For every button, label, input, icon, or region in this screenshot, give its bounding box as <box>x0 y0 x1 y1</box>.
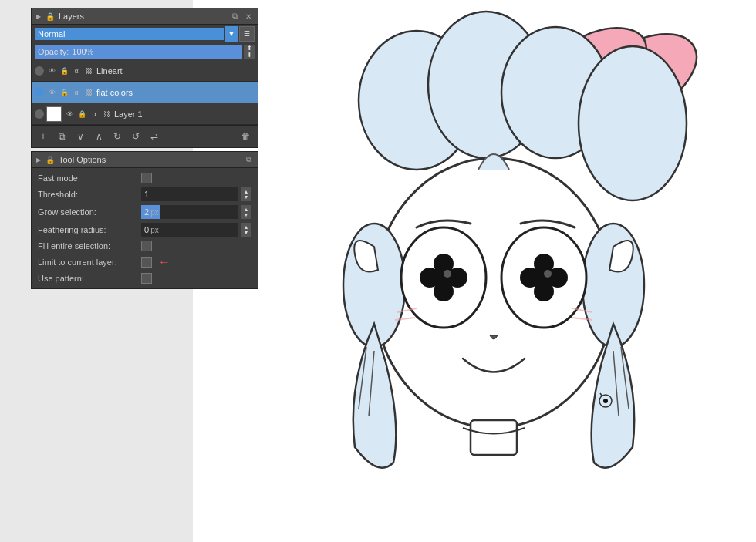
use-pattern-row: Use pattern: <box>38 273 251 284</box>
tool-options-panel-header[interactable]: ▶ 🔒 Tool Options ⧉ <box>32 152 258 168</box>
red-arrow-indicator: ← <box>158 255 170 269</box>
panels-container: ▶ 🔒 Layers ⧉ ✕ Normal ▼ ☰ Opacity: 100% … <box>31 8 258 289</box>
layer-visibility-flatcolors[interactable] <box>35 88 44 97</box>
layer-name-lineart: Lineart <box>96 66 255 76</box>
opacity-row: Opacity: 100% ⬆⬇ <box>32 43 258 60</box>
svg-point-26 <box>532 265 556 290</box>
layer-lock-icon-flatcolors[interactable]: 🔒 <box>59 87 69 98</box>
layer-thumb-layer1 <box>46 106 62 122</box>
layers-panel-header[interactable]: ▶ 🔒 Layers ⧉ ✕ <box>32 8 258 25</box>
layer-visibility-layer1[interactable] <box>35 109 44 119</box>
layers-panel-close-btn[interactable]: ✕ <box>243 11 254 22</box>
layer-icons-lineart: 👁 🔒 α ⛓ <box>46 66 94 76</box>
layer-eye-icon-lineart[interactable]: 👁 <box>46 66 57 76</box>
layer-visibility-lineart[interactable] <box>35 66 44 76</box>
layer-name-flat-colors: flat colors <box>96 88 255 97</box>
feathering-radius-label: Feathering radius: <box>38 225 138 234</box>
grow-selection-value: 2px <box>141 207 162 217</box>
tool-options-title: Tool Options <box>59 155 240 164</box>
layer-alpha-icon-layer1[interactable]: α <box>89 109 100 120</box>
threshold-bar[interactable]: 1 <box>141 187 238 201</box>
fast-mode-label: Fast mode: <box>38 173 138 183</box>
feathering-radius-value: 0px <box>141 225 162 234</box>
feathering-radius-scroll[interactable]: ▲▼ <box>241 223 251 237</box>
threshold-scroll[interactable]: ▲▼ <box>241 187 251 201</box>
add-layer-btn[interactable]: + <box>35 128 52 145</box>
opacity-value: 100% <box>72 47 93 56</box>
duplicate-layer-btn[interactable]: ⧉ <box>53 128 70 145</box>
layers-menu-btn[interactable]: ☰ <box>239 26 255 42</box>
layers-panel-title: Layers <box>59 12 226 21</box>
use-pattern-label: Use pattern: <box>38 274 138 283</box>
fill-entire-selection-label: Fill entire selection: <box>38 241 138 251</box>
fill-entire-selection-checkbox[interactable] <box>141 241 152 251</box>
tool-options-collapse-arrow[interactable]: ▶ <box>35 157 42 163</box>
svg-point-21 <box>444 270 451 278</box>
opacity-label: Opacity: <box>38 47 69 56</box>
layers-collapse-arrow[interactable]: ▶ <box>35 13 42 19</box>
layer-eye-icon-layer1[interactable]: 👁 <box>64 109 75 120</box>
delete-layer-btn[interactable]: 🗑 <box>238 128 255 145</box>
svg-point-34 <box>603 399 608 403</box>
grow-selection-row: Grow selection: 2px ▲▼ <box>38 205 251 219</box>
layer-chain-icon-flatcolors[interactable]: ⛓ <box>83 87 94 98</box>
limit-current-layer-checkbox[interactable] <box>141 257 152 268</box>
layer-up-btn[interactable]: ∧ <box>90 128 107 145</box>
layer-lock-icon-lineart[interactable]: 🔒 <box>59 66 69 76</box>
threshold-value: 1 <box>141 190 152 199</box>
layer-eye-icon-flatcolors[interactable]: 👁 <box>46 87 57 98</box>
svg-point-20 <box>431 265 456 290</box>
layers-toolbar: + ⧉ ∨ ∧ ↻ ↺ ⇌ 🗑 <box>32 125 258 147</box>
layer-down-btn[interactable]: ∨ <box>72 128 89 145</box>
layer-chain-icon-layer1[interactable]: ⛓ <box>101 109 112 120</box>
layer-alpha-icon-lineart[interactable]: α <box>71 66 82 76</box>
layer-alpha-icon-flatcolors[interactable]: α <box>71 87 82 98</box>
layers-mode-row: Normal ▼ ☰ <box>32 25 258 43</box>
layer-flatten-btn[interactable]: ↺ <box>127 128 144 145</box>
layers-panel-expand-btn[interactable]: ⧉ <box>229 11 240 22</box>
limit-current-layer-label: Limit to current layer: <box>38 258 138 267</box>
mode-dropdown-btn[interactable]: ▼ <box>225 26 238 42</box>
tool-options-icon: 🔒 <box>45 154 56 165</box>
layer-icons-layer1: 👁 🔒 α ⛓ <box>64 109 112 120</box>
layer-merge-down-btn[interactable]: ↻ <box>109 128 126 145</box>
layer-name-layer1: Layer 1 <box>114 109 255 119</box>
limit-current-layer-row: Limit to current layer: ← <box>38 255 251 269</box>
svg-rect-32 <box>471 420 517 455</box>
fast-mode-checkbox[interactable] <box>141 173 152 183</box>
layer-mode-select[interactable]: Normal <box>35 28 224 40</box>
opacity-bar[interactable]: Opacity: 100% <box>35 45 242 59</box>
layer-item-lineart[interactable]: 👁 🔒 α ⛓ Lineart <box>32 60 258 82</box>
opacity-scroll-btn[interactable]: ⬆⬇ <box>244 45 255 59</box>
layers-panel: ▶ 🔒 Layers ⧉ ✕ Normal ▼ ☰ Opacity: 100% … <box>31 8 258 148</box>
layer-options-btn[interactable]: ⇌ <box>146 128 163 145</box>
layer-item-flat-colors[interactable]: 👁 🔒 α ⛓ flat colors <box>32 82 258 103</box>
feathering-radius-row: Feathering radius: 0px ▲▼ <box>38 223 251 237</box>
svg-point-27 <box>544 270 552 278</box>
feathering-radius-bar[interactable]: 0px <box>141 223 238 237</box>
fast-mode-row: Fast mode: <box>38 173 251 183</box>
fill-entire-selection-row: Fill entire selection: <box>38 241 251 251</box>
threshold-label: Threshold: <box>38 190 138 199</box>
layers-lock-icon: 🔒 <box>45 11 56 22</box>
threshold-row: Threshold: 1 ▲▼ <box>38 187 251 201</box>
tool-options-expand-btn[interactable]: ⧉ <box>243 154 254 165</box>
layer-lock-icon-layer1[interactable]: 🔒 <box>76 109 87 120</box>
layer-item-layer1[interactable]: 👁 🔒 α ⛓ Layer 1 <box>32 103 258 125</box>
grow-selection-label: Grow selection: <box>38 207 138 217</box>
use-pattern-checkbox[interactable] <box>141 273 152 284</box>
canvas-drawing <box>193 0 756 542</box>
character-illustration <box>224 0 725 542</box>
layer-chain-icon-lineart[interactable]: ⛓ <box>83 66 94 76</box>
svg-point-6 <box>579 46 687 200</box>
grow-selection-bar[interactable]: 2px <box>141 205 238 219</box>
tool-options-panel: ▶ 🔒 Tool Options ⧉ Fast mode: Threshold:… <box>31 151 258 289</box>
layers-list: 👁 🔒 α ⛓ Lineart 👁 🔒 α ⛓ flat colors <box>32 60 258 125</box>
layer-icons-flatcolors: 👁 🔒 α ⛓ <box>46 87 94 98</box>
grow-selection-scroll[interactable]: ▲▼ <box>241 205 251 219</box>
tool-options-body: Fast mode: Threshold: 1 ▲▼ Grow selectio… <box>32 168 258 288</box>
